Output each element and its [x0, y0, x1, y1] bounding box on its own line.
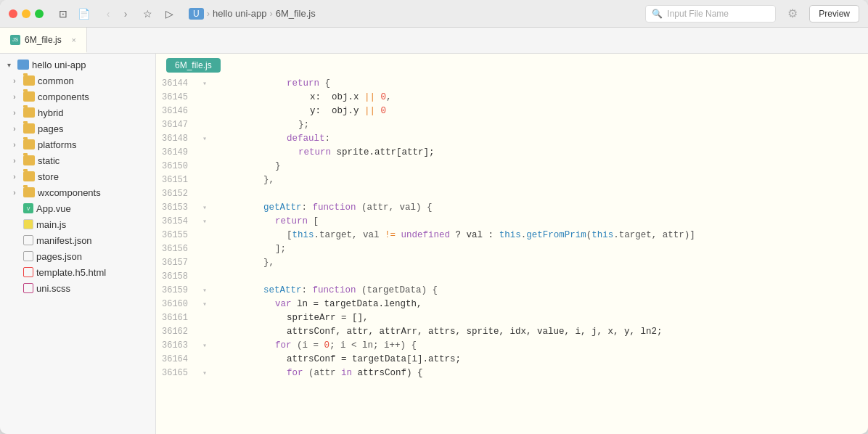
code-line-36144: return {: [217, 77, 868, 91]
minimize-button[interactable]: [22, 9, 30, 18]
code-line-36164: attrsConf = targetData[i].attrs;: [217, 353, 868, 367]
spacer-appvue: [9, 202, 20, 214]
icon-pagesjson: [23, 251, 33, 261]
code-line-36161: spriteArr = [],: [217, 311, 868, 325]
sidebar-item-uniscss[interactable]: uni.scss: [0, 280, 155, 296]
ln-36162: 36162: [156, 325, 192, 339]
fold-36163[interactable]: ▾: [198, 339, 211, 353]
file-tab-header: 6M_file.js: [156, 54, 868, 77]
fold-36155: [198, 229, 211, 242]
ln-36144: 36144: [156, 77, 192, 91]
sidebar: ▾ hello uni-app › common › components › …: [0, 54, 156, 434]
code-line-36146: y: obj.y || 0: [217, 105, 868, 118]
sidebar-appvue-label: App.vue: [36, 203, 71, 214]
fold-36144[interactable]: ▾: [198, 77, 211, 91]
folder-static-icon: [23, 155, 35, 165]
sidebar-item-appvue[interactable]: V App.vue: [0, 200, 155, 216]
file-search-box[interactable]: 🔍 Input File Name: [645, 5, 776, 22]
sidebar-item-platforms[interactable]: › platforms: [0, 136, 155, 152]
code-line-36145: x: obj.x || 0,: [217, 91, 868, 105]
sidebar-uniscss-label: uni.scss: [36, 283, 70, 294]
close-button[interactable]: [9, 9, 17, 18]
fold-36147: [198, 118, 211, 132]
sidebar-manifest-label: manifest.json: [36, 235, 92, 246]
sidebar-root[interactable]: ▾ hello uni-app: [0, 57, 155, 73]
back-button[interactable]: ‹: [100, 6, 116, 22]
ln-36165: 36165: [156, 367, 192, 380]
ln-36159: 36159: [156, 284, 192, 298]
titlebar-nav: ‹ ›: [100, 6, 134, 22]
expand-hybrid-icon: ›: [9, 107, 20, 118]
sidebar-store-label: store: [38, 171, 59, 182]
code-line-36156: ];: [217, 242, 868, 256]
fold-36153[interactable]: ▾: [198, 201, 211, 215]
fold-36164: [198, 353, 211, 367]
forward-button[interactable]: ›: [118, 6, 134, 22]
play-icon[interactable]: ▷: [161, 6, 177, 22]
titlebar: ⊡ 📄 ‹ › ☆ ▷ U › hello uni-app › 6M_file.…: [0, 0, 868, 28]
fold-36146: [198, 105, 211, 118]
preview-button[interactable]: Preview: [809, 5, 859, 22]
fold-36148[interactable]: ▾: [198, 132, 211, 146]
spacer-mainjs: [9, 218, 20, 230]
traffic-lights: [9, 9, 44, 18]
file-search-placeholder: Input File Name: [667, 9, 729, 19]
sidebar-item-manifest[interactable]: manifest.json: [0, 232, 155, 248]
ln-36155: 36155: [156, 229, 192, 242]
sidebar-template-label: template.h5.html: [36, 267, 106, 278]
tab-file-icon: JS: [10, 35, 20, 45]
breadcrumb-sep2: ›: [269, 8, 272, 19]
fold-36154[interactable]: ▾: [198, 215, 211, 229]
app-window: ⊡ 📄 ‹ › ☆ ▷ U › hello uni-app › 6M_file.…: [0, 0, 868, 434]
search-icon: 🔍: [652, 9, 663, 19]
sidebar-item-wxcomponents[interactable]: › wxcomponents: [0, 184, 155, 200]
ln-36153: 36153: [156, 201, 192, 215]
line-numbers: 36144 36145 36146 36147 36148 36149 3615…: [156, 77, 198, 434]
code-line-36163: for (i = 0; i < ln; i++) {: [217, 339, 868, 353]
file-icon[interactable]: 📄: [75, 6, 91, 22]
fold-36150: [198, 160, 211, 173]
folder-platforms-icon: [23, 139, 35, 150]
fold-36160[interactable]: ▾: [198, 298, 211, 311]
breadcrumb: U › hello uni-app › 6M_file.js: [189, 8, 316, 20]
code-line-36158: [217, 270, 868, 284]
sidebar-item-components[interactable]: › components: [0, 89, 155, 105]
fold-36165[interactable]: ▾: [198, 367, 211, 380]
code-line-36150: }: [217, 160, 868, 173]
ln-36161: 36161: [156, 311, 192, 325]
sidebar-item-hybrid[interactable]: › hybrid: [0, 105, 155, 120]
spacer-manifest: [9, 234, 20, 246]
expand-common-icon: ›: [9, 75, 20, 86]
sidebar-item-mainjs[interactable]: main.js: [0, 216, 155, 232]
tab-close-icon[interactable]: ×: [72, 36, 76, 44]
filter-icon[interactable]: ⚙: [787, 7, 798, 20]
spacer-template: [9, 266, 20, 278]
fold-36152: [198, 187, 211, 201]
folder-components-icon: [23, 91, 35, 102]
sidebar-item-store[interactable]: › store: [0, 168, 155, 184]
code-line-36148: default:: [217, 132, 868, 146]
icon-template: [23, 267, 33, 277]
fold-36156: [198, 242, 211, 256]
sidebar-item-common[interactable]: › common: [0, 73, 155, 89]
code-line-36165: for (attr in attrsConf) {: [217, 367, 868, 380]
ln-36149: 36149: [156, 146, 192, 160]
star-icon[interactable]: ☆: [139, 6, 155, 22]
maximize-button[interactable]: [35, 9, 44, 18]
sidebar-item-pagesjson[interactable]: pages.json: [0, 248, 155, 264]
sidebar-item-template[interactable]: template.h5.html: [0, 264, 155, 280]
tab-6m-file[interactable]: JS 6M_file.js ×: [0, 28, 87, 53]
ln-36157: 36157: [156, 256, 192, 270]
code-area[interactable]: 36144 36145 36146 36147 36148 36149 3615…: [156, 77, 868, 434]
fold-36159[interactable]: ▾: [198, 284, 211, 298]
sidebar-item-static[interactable]: › static: [0, 152, 155, 168]
ln-36151: 36151: [156, 173, 192, 187]
expand-icon: ▾: [3, 59, 15, 70]
breadcrumb-sep: ›: [207, 8, 210, 19]
code-editor[interactable]: 6M_file.js 36144 36145 36146 36147 36148…: [156, 54, 868, 434]
sidebar-item-pages[interactable]: › pages: [0, 120, 155, 136]
code-lines[interactable]: return { x: obj.x || 0, y: obj.y || 0 };: [211, 77, 868, 434]
breadcrumb-project: hello uni-app: [213, 8, 266, 19]
save-icon[interactable]: ⊡: [55, 6, 71, 22]
ln-36154: 36154: [156, 215, 192, 229]
